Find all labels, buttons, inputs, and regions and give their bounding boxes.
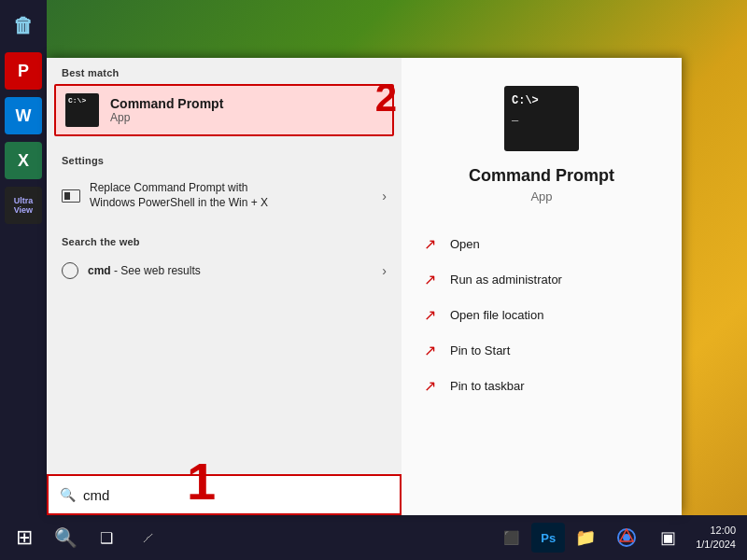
context-run-admin[interactable]: ↗ Run as administrator [420,261,663,297]
right-app-title: Command Prompt [469,166,614,186]
taskbar-chrome-icon[interactable] [606,517,647,558]
search-web-item[interactable]: cmd - See web results › [47,253,402,288]
number-badge-2: 2 [375,78,397,118]
left-panel: Best match Command Prompt App 2 Settings… [47,58,402,515]
search-web-arrow-icon: › [382,263,387,278]
open-location-icon: ↗ [420,305,439,324]
search-icon: 🔍 [60,487,76,502]
cmd-large-text: C:\>_ [512,93,539,125]
context-pin-taskbar[interactable]: ↗ Pin to taskbar [420,368,663,403]
settings-label: Settings [47,146,402,172]
start-button[interactable]: ⊞ [4,517,45,558]
pin-taskbar-icon: ↗ [420,376,439,395]
best-match-subtitle: App [110,111,223,124]
pin-taskbar-label: Pin to taskbar [450,379,525,393]
run-admin-label: Run as administrator [450,273,562,287]
context-open-location[interactable]: ↗ Open file location [420,297,663,332]
open-icon: ↗ [420,234,439,253]
settings-arrow-icon: › [382,189,387,203]
web-search-icon [62,262,78,279]
context-menu: ↗ Open ↗ Run as administrator ↗ Open fil… [402,226,682,403]
sidebar-item-powerpoint[interactable]: P [5,52,42,90]
taskbar-fileexplorer-icon[interactable]: 📁 [565,517,606,558]
best-match-result[interactable]: Command Prompt App 2 [54,84,394,136]
sidebar-item-recycle[interactable]: 🗑 [5,7,42,45]
cmd-icon-large: C:\>_ [504,86,579,151]
context-open[interactable]: ↗ Open [420,226,663,261]
right-panel: C:\>_ Command Prompt App ↗ Open ↗ Run as… [402,58,682,515]
taskbar: ⊞ 🔍 ❑ ⟋ ⬛ Ps 📁 ▣ 12:001/1/2024 [0,515,747,560]
sidebar-item-ultraviewer[interactable]: UltraView [5,187,42,224]
open-location-label: Open file location [450,308,543,322]
search-web-label: Search the web [47,227,402,253]
search-input[interactable] [83,487,388,503]
best-match-text: Command Prompt App [110,96,223,124]
start-menu: Best match Command Prompt App 2 Settings… [47,58,682,515]
settings-icon [62,189,80,203]
taskbar-slash-btn[interactable]: ⟋ [127,517,168,558]
search-bar[interactable]: 🔍 [47,474,402,515]
open-label: Open [450,237,480,251]
sidebar-item-word[interactable]: W [5,97,42,134]
pin-start-label: Pin to Start [450,343,510,357]
best-match-title: Command Prompt [110,96,223,111]
sidebar-item-excel[interactable]: X [5,142,42,179]
context-pin-start[interactable]: ↗ Pin to Start [420,332,663,368]
sidebar: 🗑 P W X UltraView [0,0,47,515]
settings-powershell-item[interactable]: Replace Command Prompt with Windows Powe… [47,172,402,219]
taskbar-time: 12:001/1/2024 [696,524,736,553]
taskbar-other-icon[interactable]: ▣ [647,517,688,558]
right-app-subtitle: App [530,189,552,203]
cmd-icon-small [65,93,99,127]
settings-item-text: Replace Command Prompt with Windows Powe… [90,181,382,210]
taskbar-photoshop-icon[interactable]: Ps [531,523,565,553]
best-match-label: Best match [47,58,402,84]
taskbar-taskview-btn[interactable]: ❑ [86,517,127,558]
taskbar-search-btn[interactable]: 🔍 [45,517,86,558]
search-web-text: cmd - See web results [88,264,201,277]
pin-start-icon: ↗ [420,341,439,359]
desktop: 🗑 P W X UltraView Best match Command Pro… [0,0,747,560]
taskbar-network-icon[interactable]: ⬛ [490,517,531,558]
run-admin-icon: ↗ [420,270,439,288]
